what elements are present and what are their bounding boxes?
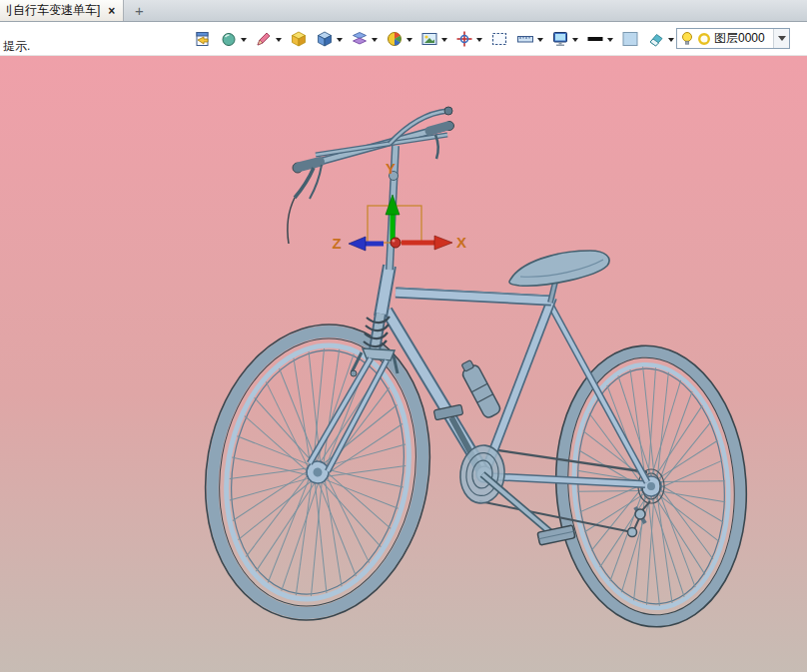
eraser-icon[interactable] — [645, 26, 676, 52]
cube-blue-icon[interactable] — [314, 26, 345, 52]
color-swatch-icon[interactable] — [619, 26, 641, 52]
ruler-measure-icon[interactable] — [514, 26, 545, 52]
bulb-icon — [680, 31, 694, 46]
dropdown-caret-icon[interactable] — [476, 38, 482, 42]
dropdown-caret-icon[interactable] — [372, 38, 378, 42]
app-window: 刂自行车变速单车] × + 提示. — [0, 0, 807, 672]
new-tab-button[interactable]: + — [124, 0, 154, 21]
export-sheet-icon[interactable] — [192, 26, 214, 52]
layer-color-icon — [697, 32, 711, 46]
y-axis-label: Y — [386, 160, 396, 177]
model-canvas[interactable]: Y X Z — [0, 56, 807, 672]
move-target-icon[interactable] — [453, 26, 484, 52]
viewport-3d[interactable]: Y X Z — [0, 56, 807, 672]
monitor-display-icon[interactable] — [549, 26, 580, 52]
tab-bar: 刂自行车变速单车] × + — [0, 0, 807, 22]
dropdown-caret-icon[interactable] — [406, 38, 412, 42]
z-axis-label: Z — [332, 235, 341, 252]
hint-text: 提示. — [3, 38, 30, 55]
dropdown-caret-icon[interactable] — [441, 38, 447, 42]
layer-select[interactable]: 图层0000 — [676, 28, 790, 49]
dropdown-caret-icon[interactable] — [607, 38, 613, 42]
dropdown-caret-icon[interactable] — [537, 38, 543, 42]
x-axis-label: X — [456, 234, 466, 251]
tab-close-icon[interactable]: × — [107, 5, 116, 17]
combo-dropdown-icon[interactable] — [773, 29, 789, 48]
document-tab[interactable]: 刂自行车变速单车] × — [0, 0, 124, 21]
line-width-icon[interactable] — [584, 26, 615, 52]
render-shaded-icon[interactable] — [218, 26, 249, 52]
image-capture-icon[interactable] — [418, 26, 449, 52]
layer-select-value: 图层0000 — [714, 30, 765, 47]
select-frame-icon[interactable] — [488, 26, 510, 52]
dropdown-caret-icon[interactable] — [276, 38, 282, 42]
dropdown-caret-icon[interactable] — [337, 38, 343, 42]
dropdown-caret-icon[interactable] — [668, 38, 674, 42]
main-toolbar: 提示. — [0, 22, 807, 56]
brush-style-icon[interactable] — [253, 26, 284, 52]
layers-icon[interactable] — [349, 26, 380, 52]
iso-cube-yellow-icon[interactable] — [288, 26, 310, 52]
dropdown-caret-icon[interactable] — [572, 38, 578, 42]
document-tab-title: 刂自行车变速单车] — [1, 2, 100, 19]
dropdown-caret-icon[interactable] — [241, 38, 247, 42]
color-wheel-icon[interactable] — [384, 26, 414, 52]
